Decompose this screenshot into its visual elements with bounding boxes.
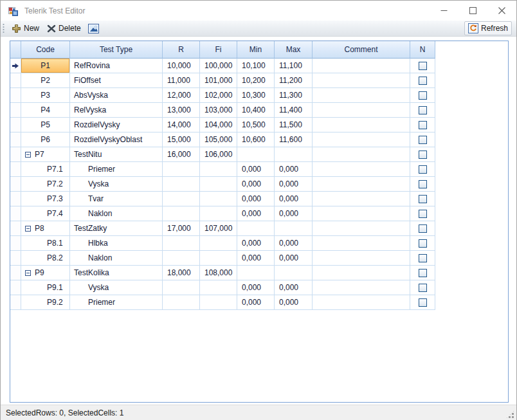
cell-fi[interactable]: 101,000 <box>200 73 237 88</box>
cell-code[interactable]: P3 <box>21 88 70 103</box>
n-checkbox[interactable] <box>419 210 427 218</box>
cell-min[interactable] <box>237 266 275 280</box>
cell-comment[interactable] <box>313 132 410 147</box>
refresh-button[interactable]: Refresh <box>464 21 512 35</box>
cell-min[interactable]: 10,200 <box>237 73 275 88</box>
cell-r[interactable]: 10,000 <box>163 59 200 73</box>
column-header-comment[interactable]: Comment <box>313 41 410 59</box>
cell-comment[interactable] <box>313 251 410 266</box>
cell-test-type[interactable]: RefRovina <box>70 59 163 73</box>
cell-max[interactable]: 11,100 <box>275 59 313 73</box>
cell-code[interactable]: P6 <box>21 132 70 147</box>
cell-r[interactable]: 17,000 <box>163 221 200 236</box>
cell-fi[interactable] <box>200 206 237 221</box>
cell-max[interactable]: 0,000 <box>275 162 313 177</box>
cell-comment[interactable] <box>313 73 410 88</box>
cell-code[interactable]: P7.3 <box>21 192 70 206</box>
cell-r[interactable] <box>163 236 200 251</box>
cell-max[interactable] <box>275 221 313 236</box>
cell-r[interactable] <box>163 280 200 295</box>
cell-fi[interactable]: 105,000 <box>200 132 237 147</box>
cell-fi[interactable] <box>200 162 237 177</box>
cell-code[interactable]: P7.1 <box>21 162 70 177</box>
row-header[interactable] <box>10 295 21 310</box>
n-checkbox[interactable] <box>419 121 427 129</box>
cell-max[interactable]: 0,000 <box>275 236 313 251</box>
cell-code[interactable]: P8.2 <box>21 251 70 266</box>
cell-test-type[interactable]: TestKolika <box>70 266 163 280</box>
cell-comment[interactable] <box>313 295 410 310</box>
cell-fi[interactable]: 100,000 <box>200 59 237 73</box>
row-header[interactable] <box>10 88 21 103</box>
cell-fi[interactable] <box>200 295 237 310</box>
cell-min[interactable]: 0,000 <box>237 236 275 251</box>
cell-r[interactable]: 11,000 <box>163 73 200 88</box>
cell-test-type[interactable]: AbsVyska <box>70 88 163 103</box>
n-checkbox[interactable] <box>419 151 427 159</box>
cell-min[interactable]: 0,000 <box>237 280 275 295</box>
cell-max[interactable] <box>275 147 313 162</box>
close-button[interactable] <box>487 1 516 21</box>
cell-min[interactable]: 0,000 <box>237 251 275 266</box>
cell-max[interactable]: 0,000 <box>275 295 313 310</box>
n-checkbox[interactable] <box>419 254 427 262</box>
cell-fi[interactable]: 107,000 <box>200 221 237 236</box>
cell-test-type[interactable]: Priemer <box>70 295 163 310</box>
cell-min[interactable]: 0,000 <box>237 192 275 206</box>
cell-r[interactable] <box>163 206 200 221</box>
cell-max[interactable]: 0,000 <box>275 192 313 206</box>
cell-min[interactable] <box>237 221 275 236</box>
cell-fi[interactable] <box>200 236 237 251</box>
cell-fi[interactable] <box>200 192 237 206</box>
cell-comment[interactable] <box>313 177 410 192</box>
column-header-test-type[interactable]: Test Type <box>70 41 163 59</box>
cell-code[interactable]: P7.2 <box>21 177 70 192</box>
cell-fi[interactable]: 108,000 <box>200 266 237 280</box>
column-header-code[interactable]: Code <box>21 41 70 59</box>
image-button[interactable] <box>85 21 102 35</box>
cell-r[interactable]: 16,000 <box>163 147 200 162</box>
cell-code[interactable]: P9.1 <box>21 280 70 295</box>
row-header[interactable] <box>10 118 21 132</box>
row-header[interactable] <box>10 132 21 147</box>
row-header[interactable] <box>10 236 21 251</box>
cell-max[interactable]: 0,000 <box>275 206 313 221</box>
column-header-r[interactable]: R <box>163 41 200 59</box>
n-checkbox[interactable] <box>419 239 427 248</box>
n-checkbox[interactable] <box>419 106 427 114</box>
cell-comment[interactable] <box>313 266 410 280</box>
cell-comment[interactable] <box>313 147 410 162</box>
cell-fi[interactable] <box>200 177 237 192</box>
cell-comment[interactable] <box>313 206 410 221</box>
cell-fi[interactable] <box>200 251 237 266</box>
n-checkbox[interactable] <box>419 91 427 100</box>
cell-min[interactable]: 0,000 <box>237 206 275 221</box>
collapse-icon[interactable] <box>25 226 31 232</box>
collapse-icon[interactable] <box>25 270 31 276</box>
cell-r[interactable]: 13,000 <box>163 103 200 118</box>
cell-min[interactable] <box>237 147 275 162</box>
column-header-fi[interactable]: Fi <box>200 41 237 59</box>
n-checkbox[interactable] <box>419 180 427 188</box>
row-header[interactable] <box>10 73 21 88</box>
cell-code[interactable]: P7.4 <box>21 206 70 221</box>
row-header[interactable] <box>10 162 21 177</box>
cell-comment[interactable] <box>313 118 410 132</box>
cell-test-type[interactable]: Priemer <box>70 162 163 177</box>
cell-r[interactable] <box>163 295 200 310</box>
cell-code[interactable]: P1 <box>21 59 70 73</box>
cell-r[interactable] <box>163 192 200 206</box>
cell-r[interactable]: 12,000 <box>163 88 200 103</box>
cell-test-type[interactable]: FiOffset <box>70 73 163 88</box>
n-checkbox[interactable] <box>419 269 427 277</box>
cell-max[interactable]: 11,600 <box>275 132 313 147</box>
cell-max[interactable]: 11,400 <box>275 103 313 118</box>
cell-max[interactable] <box>275 266 313 280</box>
cell-code[interactable]: P9 <box>21 266 70 280</box>
cell-fi[interactable]: 106,000 <box>200 147 237 162</box>
cell-fi[interactable]: 102,000 <box>200 88 237 103</box>
cell-r[interactable] <box>163 177 200 192</box>
cell-max[interactable]: 11,300 <box>275 88 313 103</box>
cell-test-type[interactable]: Naklon <box>70 206 163 221</box>
cell-code[interactable]: P2 <box>21 73 70 88</box>
